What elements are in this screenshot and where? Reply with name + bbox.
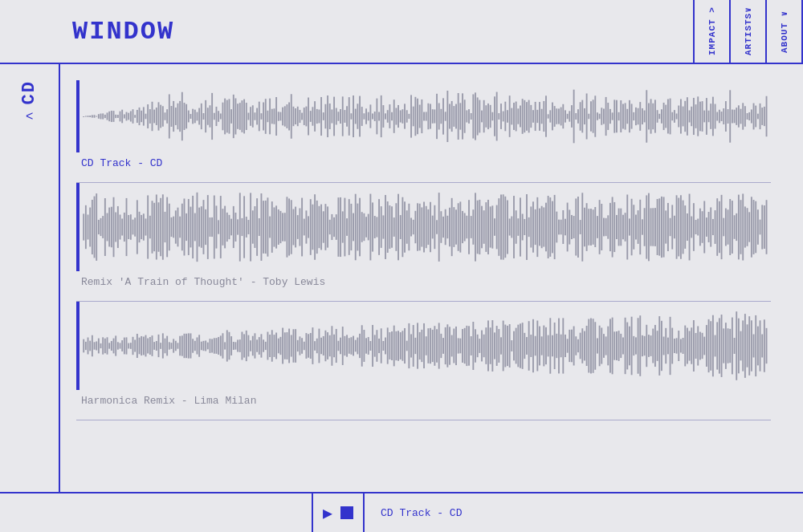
- svg-rect-676: [160, 343, 161, 349]
- svg-rect-551: [577, 197, 579, 258]
- svg-rect-244: [605, 97, 607, 136]
- svg-rect-843: [517, 325, 519, 368]
- svg-rect-638: [764, 205, 765, 249]
- svg-rect-66: [224, 99, 226, 135]
- svg-rect-336: [117, 206, 119, 248]
- svg-rect-365: [179, 217, 181, 238]
- svg-rect-763: [346, 335, 348, 356]
- svg-rect-671: [149, 337, 151, 355]
- nav-about[interactable]: ABOUT ∨: [767, 0, 803, 63]
- svg-rect-84: [263, 103, 264, 131]
- svg-rect-51: [192, 109, 194, 124]
- svg-rect-706: [224, 342, 226, 349]
- svg-rect-42: [173, 101, 174, 132]
- play-button[interactable]: ▶: [323, 503, 332, 523]
- svg-rect-170: [446, 91, 448, 142]
- svg-rect-667: [141, 336, 142, 355]
- svg-rect-811: [449, 327, 450, 364]
- svg-rect-237: [590, 101, 592, 131]
- sidebar-cd-label[interactable]: CD: [19, 80, 39, 104]
- svg-rect-368: [185, 213, 187, 241]
- svg-rect-918: [678, 331, 679, 361]
- svg-rect-894: [626, 323, 628, 370]
- svg-rect-872: [580, 333, 581, 359]
- svg-rect-445: [350, 204, 352, 250]
- svg-rect-408: [271, 201, 273, 253]
- svg-rect-272: [665, 105, 666, 128]
- svg-rect-906: [652, 329, 654, 363]
- svg-rect-851: [535, 336, 536, 356]
- svg-rect-12: [108, 112, 110, 121]
- svg-rect-787: [397, 331, 399, 361]
- svg-rect-756: [331, 326, 332, 365]
- svg-rect-337: [120, 214, 121, 239]
- svg-rect-949: [744, 314, 746, 378]
- svg-rect-67: [226, 100, 228, 133]
- svg-rect-50: [190, 114, 192, 119]
- svg-rect-46: [181, 92, 183, 140]
- svg-rect-690: [190, 333, 192, 358]
- svg-rect-650: [104, 339, 106, 353]
- svg-rect-948: [742, 320, 744, 371]
- svg-rect-854: [541, 336, 543, 355]
- svg-rect-839: [509, 324, 511, 368]
- svg-rect-120: [340, 109, 341, 124]
- svg-rect-150: [404, 104, 406, 128]
- svg-rect-201: [513, 103, 515, 130]
- svg-rect-844: [520, 323, 521, 368]
- svg-rect-60: [211, 93, 213, 140]
- svg-rect-418: [292, 209, 294, 246]
- svg-rect-420: [297, 215, 299, 239]
- svg-rect-49: [188, 111, 190, 123]
- svg-rect-786: [395, 331, 397, 360]
- svg-rect-347: [141, 215, 142, 239]
- svg-rect-277: [676, 113, 678, 119]
- svg-rect-359: [166, 197, 168, 258]
- svg-rect-227: [569, 111, 570, 121]
- nav-impact[interactable]: IMPACT >: [695, 0, 731, 63]
- svg-rect-162: [430, 104, 431, 128]
- svg-rect-775: [372, 325, 373, 367]
- svg-rect-95: [287, 104, 288, 128]
- svg-rect-491: [449, 208, 450, 246]
- svg-rect-297: [719, 110, 720, 124]
- svg-rect-680: [169, 342, 170, 349]
- svg-rect-126: [353, 95, 354, 137]
- nav-artists[interactable]: ARTISTS∨: [731, 0, 767, 63]
- svg-rect-388: [229, 215, 230, 239]
- svg-rect-198: [507, 110, 508, 123]
- svg-rect-188: [485, 105, 487, 128]
- svg-rect-509: [487, 200, 489, 254]
- svg-rect-947: [740, 331, 742, 361]
- svg-rect-738: [292, 329, 294, 362]
- svg-rect-915: [671, 328, 673, 364]
- svg-rect-904: [648, 335, 650, 357]
- stop-button[interactable]: [340, 506, 353, 519]
- svg-rect-259: [638, 108, 639, 125]
- svg-rect-647: [98, 339, 100, 354]
- track-item-3[interactable]: Harmonica Remix - Lima Milan: [76, 302, 771, 420]
- svg-rect-526: [524, 219, 525, 235]
- svg-rect-653: [111, 341, 112, 351]
- svg-rect-325: [94, 197, 96, 258]
- svg-rect-768: [357, 338, 358, 355]
- svg-rect-547: [569, 209, 570, 244]
- svg-rect-387: [226, 213, 228, 242]
- svg-rect-536: [545, 203, 547, 252]
- track-item-1[interactable]: CD Track - CD: [76, 80, 771, 183]
- svg-rect-876: [588, 319, 589, 373]
- svg-rect-683: [175, 341, 177, 351]
- svg-rect-899: [638, 318, 639, 373]
- svg-rect-879: [594, 322, 596, 369]
- track-item-2[interactable]: Remix 'A Train of Thought' - Toby Lewis: [76, 183, 771, 302]
- svg-rect-88: [271, 109, 273, 124]
- svg-rect-586: [652, 208, 654, 246]
- svg-rect-448: [357, 204, 358, 251]
- svg-rect-249: [616, 100, 618, 133]
- svg-rect-468: [400, 215, 402, 239]
- svg-rect-611: [706, 217, 707, 237]
- svg-rect-563: [603, 218, 605, 237]
- svg-rect-561: [599, 200, 601, 254]
- svg-rect-383: [218, 220, 219, 234]
- waveform-svg-1: [83, 83, 768, 149]
